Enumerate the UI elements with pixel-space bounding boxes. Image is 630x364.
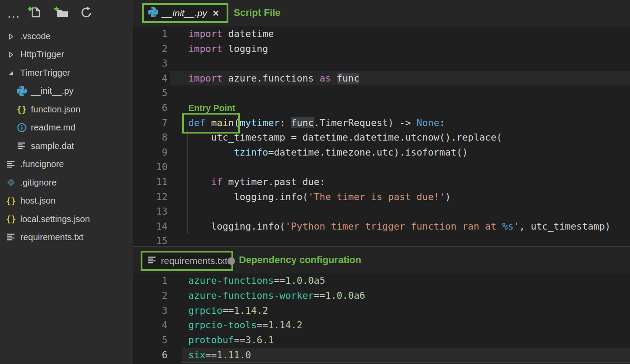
tree-item-function-json[interactable]: {}function.json — [0, 100, 133, 119]
tree-item-funcignore[interactable]: .funcignore — [0, 155, 133, 173]
lines-icon — [5, 233, 17, 241]
tab-requirements-txt[interactable]: requirements.txt — [141, 251, 233, 271]
tree-item-label: .funcignore — [20, 159, 64, 169]
annotation-dependency-configuration: Dependency configuration — [239, 247, 361, 273]
code-line-10[interactable]: 10 — [133, 160, 630, 175]
code-text: import datetime — [188, 26, 274, 41]
lines-icon — [5, 160, 17, 168]
line-number: 11 — [133, 175, 168, 189]
new-file-icon — [27, 5, 41, 21]
code-line-14[interactable]: 14 logging.info('Python timer trigger fu… — [133, 219, 630, 234]
line-number: 3 — [133, 303, 168, 318]
tab-init-py[interactable]: __init__.py × — [142, 3, 228, 23]
code-text: def main(mytimer: func.TimerRequest) -> … — [188, 115, 445, 130]
tab-bar: __init__.py × Script File — [133, 0, 630, 26]
code-text: if mytimer.past_due: — [188, 175, 325, 189]
code-text: azure-functions-worker==1.0.0a6 — [188, 288, 365, 303]
line-number: 1 — [133, 273, 168, 288]
line-number: 15 — [133, 234, 168, 246]
tree-item-label: function.json — [31, 104, 80, 115]
line-number: 6 — [133, 348, 168, 363]
lines-icon — [16, 142, 27, 150]
tree-item-host-json[interactable]: {}host.json — [0, 192, 133, 210]
tree-item-timertrigger[interactable]: TimerTrigger — [0, 64, 133, 82]
git-icon — [5, 177, 17, 188]
chevron-right-icon — [8, 51, 15, 58]
code-line-11[interactable]: 11 if mytimer.past_due: — [133, 175, 630, 189]
tree-item-init-py[interactable]: __init__.py — [0, 82, 133, 100]
line-number: 6 — [133, 100, 168, 115]
code-line-8[interactable]: 8 utc_timestamp = datetime.datetime.utcn… — [133, 130, 630, 145]
code-line-6[interactable]: 6six==1.11.0 — [133, 348, 630, 363]
code-text: import azure.functions as func — [188, 71, 359, 86]
tree-item-readme-md[interactable]: readme.md — [0, 119, 133, 137]
tree-item-label: sample.dat — [31, 141, 74, 151]
code-editor-requirements-txt[interactable]: 1azure-functions==1.0.0a52azure-function… — [133, 273, 630, 364]
chevron-expanded-icon — [8, 69, 15, 76]
code-line-3[interactable]: 3 — [133, 56, 630, 71]
line-number: 4 — [133, 71, 168, 86]
code-line-5[interactable]: 5protobuf==3.6.1 — [133, 333, 630, 348]
tree-item-label: .gitignore — [20, 178, 56, 188]
tree-item-label: HttpTrigger — [20, 49, 64, 59]
refresh-button[interactable] — [78, 4, 95, 22]
code-editor-init-py[interactable]: 1import datetime2import logging34import … — [133, 26, 630, 246]
tab-label: __init__.py — [162, 8, 207, 19]
code-line-1[interactable]: 1import datetime — [133, 26, 630, 41]
tab-label: requirements.txt — [161, 256, 227, 266]
code-line-12[interactable]: 12 logging.info('The timer is past due!'… — [133, 189, 630, 204]
code-line-2[interactable]: 2azure-functions-worker==1.0.0a6 — [133, 288, 630, 303]
line-number: 4 — [133, 318, 168, 333]
more-actions-button[interactable]: … — [6, 4, 21, 28]
chevron-right-icon — [8, 33, 15, 40]
line-number: 10 — [133, 160, 168, 175]
line-number: 8 — [133, 130, 168, 145]
code-text: grpcio==1.14.2 — [188, 303, 268, 318]
code-line-2[interactable]: 2import logging — [133, 41, 630, 56]
explorer-sidebar: … .vscodeHttpTriggerTimerTrigger__init__… — [0, 0, 133, 364]
tree-item-gitignore[interactable]: .gitignore — [0, 174, 133, 192]
code-line-15[interactable]: 15 — [133, 234, 630, 246]
collapse-all-button[interactable] — [103, 4, 121, 22]
code-text: logging.info('The timer is past due!') — [188, 189, 451, 204]
tree-item-label: requirements.txt — [20, 232, 83, 242]
line-number: 2 — [133, 288, 168, 303]
code-text: Entry Point — [188, 100, 235, 116]
code-line-7[interactable]: 7def main(mytimer: func.TimerRequest) ->… — [133, 115, 630, 130]
braces-icon: {} — [5, 214, 17, 224]
line-number: 12 — [133, 189, 168, 204]
tree-item-vscode[interactable]: .vscode — [0, 27, 133, 45]
line-number: 2 — [133, 41, 168, 56]
new-folder-button[interactable] — [52, 4, 71, 22]
close-icon[interactable]: × — [213, 9, 219, 18]
code-text: six==1.11.0 — [188, 348, 251, 363]
code-text: import logging — [188, 41, 268, 56]
new-folder-icon — [54, 5, 69, 21]
code-line-13[interactable]: 13 — [133, 204, 630, 219]
braces-icon: {} — [5, 196, 17, 206]
code-line-9[interactable]: 9 tzinfo=datetime.timezone.utc).isoforma… — [133, 145, 630, 160]
tree-item-sample-dat[interactable]: sample.dat — [0, 137, 133, 155]
code-line-1[interactable]: 1azure-functions==1.0.0a5 — [133, 273, 630, 288]
code-line-3[interactable]: 3grpcio==1.14.2 — [133, 303, 630, 318]
line-number: 13 — [133, 204, 168, 219]
code-text: grpcio-tools==1.14.2 — [188, 318, 302, 333]
code-line-4[interactable]: 4grpcio-tools==1.14.2 — [133, 318, 630, 333]
line-number: 14 — [133, 219, 168, 234]
modified-indicator-dot — [227, 257, 235, 265]
tree-item-httptrigger[interactable]: HttpTrigger — [0, 45, 133, 63]
new-file-button[interactable] — [26, 4, 43, 22]
tree-item-label: TimerTrigger — [20, 68, 70, 78]
code-line-5[interactable]: 5 — [133, 85, 630, 100]
tree-item-local-settings-json[interactable]: {}local.settings.json — [0, 210, 133, 228]
tree-item-requirements-txt[interactable]: requirements.txt — [0, 228, 133, 246]
braces-icon: {} — [16, 104, 27, 114]
code-line-4[interactable]: 4import azure.functions as func — [133, 71, 630, 86]
code-text: utc_timestamp = datetime.datetime.utcnow… — [188, 130, 502, 145]
line-number: 5 — [133, 333, 168, 348]
explorer-toolbar: … — [0, 4, 133, 24]
lines-icon — [148, 256, 157, 266]
editor-area: __init__.py × Script File 1import dateti… — [133, 0, 630, 364]
python-icon — [16, 86, 27, 96]
code-line-6[interactable]: 6Entry Point — [133, 100, 630, 115]
